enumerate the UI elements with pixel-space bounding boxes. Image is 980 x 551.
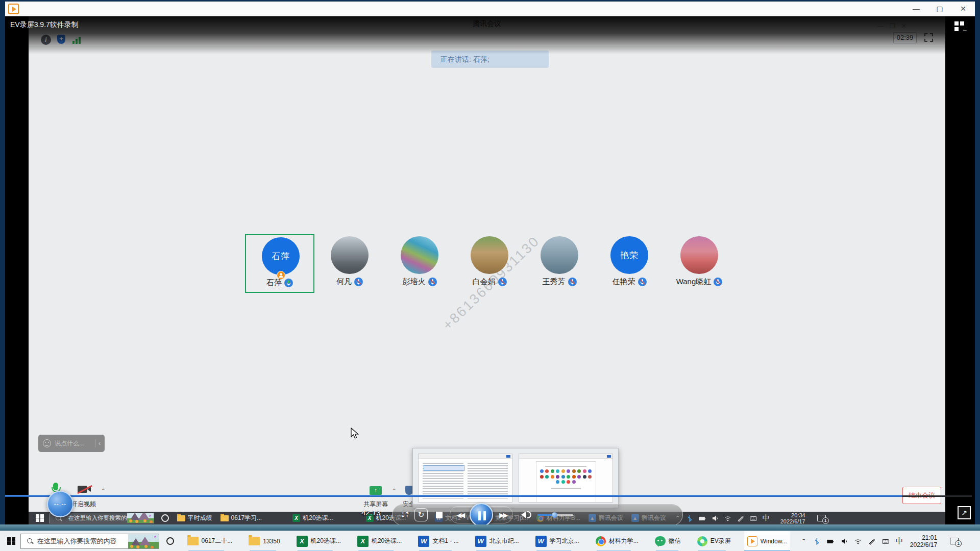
stop-button[interactable] [436,512,443,518]
wifi-icon[interactable] [854,538,862,545]
meeting-toolbar-strip [29,34,945,47]
participant-tile[interactable]: 王秀芳 [525,234,594,293]
participant-dots-grid [536,469,596,484]
security-icon[interactable] [405,486,413,495]
share-screen-label[interactable]: 共享屏幕 [363,500,388,509]
participant-name: 白会娟 [473,277,496,287]
volume-slider[interactable] [537,514,573,516]
camera-off-icon[interactable] [78,485,92,494]
recorded-cortana-icon [161,514,169,522]
search-icon [27,538,33,544]
participant-tile[interactable]: 白会娟 [455,234,524,293]
desktop-wallpaper-sliver [0,524,980,531]
search-placeholder: 在这里输入你要搜索的内容 [37,537,117,546]
speaking-banner: 正在讲话: 石萍; [431,51,549,68]
participant-tile[interactable]: 彭培火 [385,234,454,293]
search-highlight-art[interactable]: ✦ [128,534,159,548]
window-close-button[interactable]: ✕ [951,2,975,16]
taskbar-item-excel[interactable]: X机20选课... [354,531,405,551]
keyboard-icon[interactable] [882,538,889,545]
elapsed-time: 42:13 [361,508,381,517]
volume-knob[interactable] [552,512,557,518]
cortana-icon[interactable] [166,537,174,545]
seek-bar-played[interactable] [5,495,902,497]
chat-input[interactable]: 说点什么... ‹ [38,435,105,452]
recording-title: EV录屏3.9.7软件录制 [10,20,79,30]
mic-muted-icon [638,278,647,286]
taskbar-preview-flyout[interactable] [412,448,619,508]
wmp-app-icon [8,4,19,14]
camera-options-chevron[interactable]: ⌃ [101,488,105,493]
battery-icon[interactable] [827,538,834,545]
avatar [401,236,438,274]
taskbar-clock[interactable]: 21:01 2022/6/17 [910,534,937,548]
share-screen-icon[interactable] [370,486,382,495]
tray-chevron-icon[interactable]: ⌃ [801,538,806,545]
mic-muted-icon [568,278,577,286]
player-titlebar[interactable]: — ▢ ✕ [5,2,975,16]
seek-bar-remaining[interactable] [902,495,972,497]
window-minimize-button[interactable]: — [904,2,928,16]
popout-icon[interactable]: ↗ [958,506,971,519]
mic-muted-icon [354,278,363,286]
volume-icon[interactable] [521,511,526,518]
bluetooth-icon[interactable] [813,538,820,545]
network-signal-icon [72,37,82,44]
ime-indicator[interactable]: 中 [896,536,903,546]
taskbar-item-word[interactable]: W文档1 - ... [415,531,461,551]
meeting-info-icon[interactable]: i [41,35,51,45]
taskbar-item-folder[interactable]: 0617二十... [184,531,236,551]
volume-icon [712,515,719,522]
chat-collapse-icon[interactable]: ‹ [99,440,101,447]
taskbar: 在这里输入你要搜索的内容 ✦ 0617二十... 13350 X机20选课...… [0,531,980,551]
emoji-icon[interactable] [43,439,51,447]
highlighted-text-block [424,465,464,471]
participant-tile[interactable]: 艳荣 任艳荣 [595,234,664,293]
participant-name: 任艳荣 [612,277,635,287]
participant-name: 何凡 [336,277,352,287]
pause-button[interactable] [470,503,493,524]
recorded-notification-icon: 1 [817,515,826,521]
participant-name: 石萍 [266,278,282,288]
participant-tile[interactable]: Wang晓虹 [665,234,734,293]
taskbar-item-word[interactable]: W北京市纪... [472,531,522,551]
window-maximize-button[interactable]: ▢ [928,2,951,16]
keyboard-icon [750,515,757,522]
share-options-chevron[interactable]: ⌃ [392,488,396,493]
avatar: 石萍 [262,237,300,275]
taskbar-item-ev[interactable]: EV录屏 [694,531,734,551]
volume-icon[interactable] [841,538,848,545]
fast-forward-button[interactable]: ▶▶ [499,511,506,519]
participant-tile[interactable]: 石萍 石萍 [245,234,314,293]
mic-muted-icon [498,278,507,286]
taskbar-search-box[interactable]: 在这里输入你要搜索的内容 ✦ [20,534,159,549]
fullscreen-icon[interactable] [924,33,933,42]
bluetooth-icon [686,515,693,522]
taskbar-item-word[interactable]: W学习北京... [532,531,582,551]
playlist-panel-icon[interactable]: ← [954,21,968,33]
pen-icon[interactable] [868,538,875,545]
taskbar-item-wmp-active[interactable]: Window... [744,531,790,551]
seek-time-bubble[interactable]: --:-- [47,491,74,517]
media-player-window: — ▢ ✕ 腾讯会议 —❐✕ i + 02:39 正在讲话: 石萍; +8613… [5,2,975,524]
loop-icon[interactable]: ↻ [414,508,428,521]
avatar [331,236,369,274]
system-tray: ⌃ 中 21:01 2022/6/17 1 [801,534,959,548]
start-button[interactable] [7,537,15,545]
taskbar-item-chrome[interactable]: 材料力学... [593,531,642,551]
meeting-mic-icon[interactable] [53,483,58,490]
taskbar-item-folder[interactable]: 13350 [246,531,283,551]
recorded-taskbar-item: 平时成绩 [177,514,212,522]
taskbar-item-wechat[interactable]: 微信 [652,531,684,551]
mouse-cursor [350,428,360,440]
notification-center-icon[interactable]: 1 [950,538,959,544]
camera-toggle-label[interactable]: 开启视频 [71,500,96,509]
meeting-window-controls: —❐✕ [877,22,913,30]
jump-icon[interactable]: ⇣⇡ [400,510,408,519]
participant-tile[interactable]: 何凡 [315,234,384,293]
mic-muted-icon [428,278,437,286]
taskbar-item-excel[interactable]: X机20选课... [293,531,344,551]
participant-name: 彭培火 [403,277,426,287]
rewind-button[interactable]: ◀◀ [456,511,463,519]
meeting-security-shield-icon[interactable]: + [56,34,66,45]
